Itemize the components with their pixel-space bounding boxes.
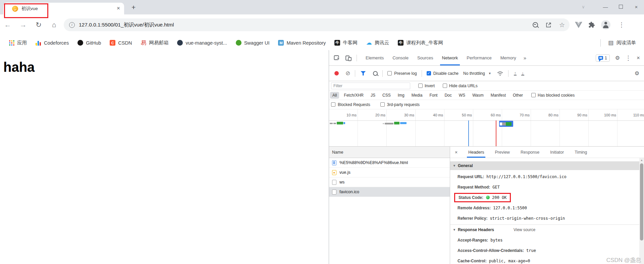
details-scrollbar[interactable]: ▲ bbox=[639, 158, 644, 264]
window-maximize-icon[interactable] bbox=[613, 4, 629, 10]
throttling-dropdown[interactable]: No throttling bbox=[463, 71, 485, 76]
network-conditions-icon[interactable] bbox=[497, 71, 503, 76]
hide-data-urls-checkbox[interactable] bbox=[443, 84, 447, 88]
type-filter-chip[interactable]: Fetch/XHR bbox=[341, 92, 366, 99]
type-filter-chip[interactable]: Img bbox=[395, 92, 407, 99]
selected-request-bar[interactable] bbox=[499, 121, 513, 127]
devtools-tab[interactable]: Memory bbox=[500, 50, 516, 65]
bookmark-item[interactable]: GitHub bbox=[77, 40, 101, 46]
share-icon[interactable] bbox=[545, 22, 552, 28]
address-bar[interactable]: i 127.0.0.1:5500/01_初识vue/初识vue.html ☆ bbox=[64, 18, 570, 31]
request-row[interactable]: vue.js bbox=[329, 168, 450, 177]
details-tab[interactable]: Response bbox=[521, 147, 539, 158]
details-tab[interactable]: Initiator bbox=[550, 147, 564, 158]
throttling-dropdown-arrow-icon[interactable]: ▼ bbox=[488, 72, 491, 75]
search-icon[interactable] bbox=[373, 71, 378, 76]
window-chevron-icon[interactable]: ∨ bbox=[576, 4, 591, 9]
invert-checkbox[interactable] bbox=[418, 84, 423, 88]
window-close-icon[interactable]: × bbox=[629, 4, 644, 10]
devtools-tab[interactable]: Network bbox=[442, 50, 458, 65]
devtools-tab[interactable]: Console bbox=[392, 50, 409, 65]
blocked-requests-checkbox[interactable] bbox=[331, 102, 335, 107]
clear-network-log-icon[interactable]: ⊘ bbox=[345, 70, 350, 76]
browser-menu-icon[interactable]: ⋮ bbox=[619, 21, 625, 29]
devtools-tab[interactable]: Performance bbox=[467, 50, 491, 65]
type-filter-chip[interactable]: Manifest bbox=[488, 92, 508, 99]
extensions-puzzle-icon[interactable] bbox=[588, 21, 595, 28]
type-filter-chip[interactable]: Media bbox=[409, 92, 425, 99]
type-filter-chip[interactable]: Other bbox=[511, 92, 525, 99]
request-list-header[interactable]: Name bbox=[329, 147, 450, 158]
export-har-icon[interactable]: ↓ bbox=[521, 71, 524, 75]
scrollbar-thumb[interactable] bbox=[640, 163, 643, 241]
response-headers-section-header[interactable]: ▼ Response Headers View source bbox=[450, 225, 639, 235]
record-button[interactable] bbox=[334, 71, 339, 75]
scroll-up-arrow-icon[interactable]: ▲ bbox=[639, 159, 644, 162]
network-overview-timeline[interactable]: 10 ms 20 ms 30 ms 40 ms 50 ms 60 ms 70 m… bbox=[329, 109, 644, 147]
back-icon[interactable]: ← bbox=[0, 21, 15, 29]
devtools-menu-icon[interactable]: ⋮ bbox=[625, 54, 631, 62]
bookmark-label: 牛客网 bbox=[343, 40, 358, 46]
general-section-header[interactable]: ▼ General bbox=[450, 161, 639, 170]
bookmark-item[interactable]: ☁ 腾讯云 bbox=[366, 40, 389, 46]
has-blocked-cookies-checkbox[interactable] bbox=[531, 93, 536, 97]
home-icon[interactable]: ⌂ bbox=[46, 21, 62, 29]
type-filter-chip[interactable]: All bbox=[330, 92, 339, 99]
filter-input[interactable] bbox=[331, 83, 410, 89]
request-row[interactable]: %E5%88%9D%E8%AF%86vue.html bbox=[329, 158, 450, 168]
bookmark-item[interactable]: 牛 课程列表_牛客网 bbox=[398, 40, 443, 46]
tab-title: 初识vue bbox=[21, 6, 38, 12]
bookmark-star-icon[interactable]: ☆ bbox=[559, 21, 565, 29]
bookmark-item[interactable]: Swagger UI bbox=[236, 40, 270, 46]
type-filter-chip[interactable]: Doc bbox=[442, 92, 454, 99]
inspect-element-icon[interactable] bbox=[334, 55, 340, 61]
details-close-icon[interactable]: × bbox=[455, 150, 458, 155]
import-har-icon[interactable]: ↑ bbox=[514, 71, 517, 75]
device-toolbar-icon[interactable] bbox=[345, 55, 352, 61]
bookmark-item[interactable]: C CSDN bbox=[110, 40, 132, 46]
bookmark-item[interactable]: vue-manage-syst... bbox=[177, 40, 227, 46]
vue-devtools-icon[interactable] bbox=[575, 22, 582, 28]
third-party-requests-checkbox[interactable] bbox=[380, 102, 385, 107]
type-filter-chip-label: Fetch/XHR bbox=[344, 93, 364, 98]
bookmark-item[interactable]: 易 网易邮箱 bbox=[141, 40, 168, 46]
devtools-close-icon[interactable]: × bbox=[637, 55, 640, 61]
more-tabs-icon[interactable]: » bbox=[524, 55, 526, 61]
bookmark-item[interactable]: Codeforces bbox=[36, 40, 69, 46]
bookmark-label: GitHub bbox=[86, 40, 101, 46]
issues-badge[interactable]: 1 bbox=[596, 54, 610, 62]
browser-tab[interactable]: 初识vue × bbox=[3, 3, 124, 14]
type-filter-chip[interactable]: Wasm bbox=[470, 92, 486, 99]
disable-cache-checkbox[interactable] bbox=[427, 71, 431, 75]
zoom-out-icon[interactable] bbox=[533, 22, 538, 28]
profile-avatar[interactable] bbox=[601, 20, 610, 30]
type-filter-chip[interactable]: CSS bbox=[380, 92, 393, 99]
devtools-tab[interactable]: Elements bbox=[366, 50, 384, 65]
filter-funnel-icon[interactable] bbox=[361, 71, 366, 75]
request-row[interactable]: favicon.ico bbox=[329, 187, 450, 197]
network-settings-icon[interactable]: ⚙ bbox=[635, 70, 639, 76]
bookmark-item[interactable]: M Maven Repository bbox=[278, 40, 326, 46]
url-text[interactable]: 127.0.0.1:5500/01_初识vue/初识vue.html bbox=[79, 21, 174, 29]
site-info-icon[interactable]: i bbox=[69, 22, 75, 28]
forward-icon[interactable]: → bbox=[15, 21, 31, 29]
reload-icon[interactable]: ↻ bbox=[31, 21, 46, 29]
type-filter-chip[interactable]: WS bbox=[457, 92, 468, 99]
devtools-tab[interactable]: Sources bbox=[417, 50, 433, 65]
tab-close-icon[interactable]: × bbox=[117, 5, 120, 12]
bookmark-item[interactable]: 应用 bbox=[9, 40, 27, 46]
bookmark-item[interactable]: 牛 牛客网 bbox=[334, 40, 358, 46]
reading-list-button[interactable]: ▤ 阅读清单 bbox=[608, 39, 636, 46]
type-filter-chip[interactable]: Font bbox=[427, 92, 440, 99]
type-filter-chip[interactable]: JS bbox=[368, 92, 378, 99]
new-tab-button[interactable]: + bbox=[131, 3, 136, 11]
type-filter-chip-label: Manifest bbox=[491, 93, 506, 98]
details-tab[interactable]: Preview bbox=[495, 147, 509, 158]
request-row[interactable]: ws bbox=[329, 177, 450, 187]
view-source-link[interactable]: View source bbox=[514, 227, 535, 232]
details-tab[interactable]: Timing bbox=[575, 147, 587, 158]
details-tab[interactable]: Headers bbox=[468, 147, 484, 158]
devtools-settings-icon[interactable]: ⚙ bbox=[615, 55, 620, 61]
preserve-log-checkbox[interactable] bbox=[387, 71, 392, 75]
window-minimize-icon[interactable]: — bbox=[598, 4, 613, 10]
